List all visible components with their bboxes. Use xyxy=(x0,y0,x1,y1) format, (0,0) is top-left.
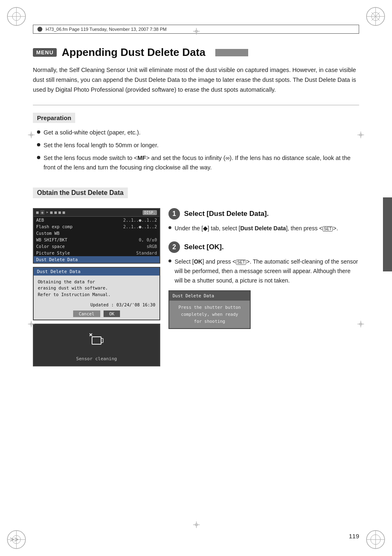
step-2-dot xyxy=(168,259,171,262)
menu-row-dust-delete: Dust Delete Data xyxy=(34,256,159,263)
ok-button[interactable]: OK xyxy=(104,310,120,317)
obtain-section: Obtain the Dust Delete Data ■ ◆ ➤ ■ ■ ■ xyxy=(33,184,359,366)
sensor-icon xyxy=(86,330,107,352)
svg-rect-40 xyxy=(101,338,103,343)
crosshair-top-mid xyxy=(193,28,200,35)
prep-item-2: Set the lens focal length to 50mm or lon… xyxy=(37,141,359,150)
step-1-header: 1 Select [Dust Delete Data]. xyxy=(168,208,359,220)
crosshair-left-top xyxy=(28,132,35,138)
dialog-title: Dust Delete Data xyxy=(34,268,159,276)
cancel-button[interactable]: Cancel xyxy=(73,310,100,317)
step-1-title: Select [Dust Delete Data]. xyxy=(184,210,269,218)
dialog-updated: Updated : 03/24/'08 16:30 xyxy=(34,301,159,309)
step-2-body: Select [OK] and press <SET>. The automat… xyxy=(168,257,359,329)
obtain-heading: Obtain the Dust Delete Data xyxy=(33,188,128,198)
left-column: ■ ◆ ➤ ■ ■ ■ ■ DISP. AEB 2..1..●..1..2 xyxy=(33,208,160,366)
preparation-heading: Preparation xyxy=(33,113,75,123)
crosshair-right-top xyxy=(357,132,364,138)
step2-dialog: Dust Delete Data Press the shutter butto… xyxy=(168,290,251,329)
tab-icons: ■ ◆ ➤ ■ ■ ■ ■ xyxy=(36,210,65,215)
step-1-block: 1 Select [Dust Delete Data]. Under the [… xyxy=(168,208,359,233)
camera-menu-screen: ■ ◆ ➤ ■ ■ ■ ■ DISP. AEB 2..1..●..1..2 xyxy=(33,208,160,264)
right-column: 1 Select [Dust Delete Data]. Under the [… xyxy=(168,208,359,366)
disp-badge: DISP. xyxy=(143,210,157,215)
menu-icon-box: MENU xyxy=(33,48,57,57)
menu-row-color-space: Color space sRGB xyxy=(34,243,159,250)
steps-area: ■ ◆ ➤ ■ ■ ■ ■ DISP. AEB 2..1..●..1..2 xyxy=(33,208,359,366)
bullet-dot-1 xyxy=(37,130,40,134)
dust-delete-dialog: Dust Delete Data Obtaining the data for … xyxy=(33,267,160,320)
title-bar-decoration xyxy=(215,49,248,56)
preparation-section: Preparation Get a solid-white object (pa… xyxy=(33,113,359,173)
header-text: H73_06.fm Page 119 Tuesday, November 13,… xyxy=(46,27,167,32)
menu-row-custom-wb: Custom WB xyxy=(34,230,159,236)
step-1-number: 1 xyxy=(168,208,180,220)
page-title: Appending Dust Delete Data xyxy=(62,46,205,59)
step-2-block: 2 Select [OK]. Select [OK] and press <SE… xyxy=(168,241,359,329)
svg-text:>>: >> xyxy=(10,535,18,544)
corner-decoration-bl: >> xyxy=(4,527,29,552)
camera-screen-header: ■ ◆ ➤ ■ ■ ■ ■ DISP. xyxy=(34,209,159,217)
menu-row-aeb: AEB 2..1..●..1..2 xyxy=(34,217,159,223)
section-title-row: MENU Appending Dust Delete Data xyxy=(33,46,359,59)
prep-item-1: Get a solid-white object (paper, etc.). xyxy=(37,128,359,137)
section-divider xyxy=(33,105,359,105)
step-2-title: Select [OK]. xyxy=(184,243,224,251)
svg-rect-39 xyxy=(92,337,101,344)
prep-item-3: Set the lens focus mode switch to <MF> a… xyxy=(37,153,359,172)
page-number: 119 xyxy=(349,533,359,540)
corner-decoration-tl xyxy=(4,4,29,29)
sensor-cleaning-label: Sensor cleaning xyxy=(76,356,117,361)
step2-dialog-body: Press the shutter button completely, whe… xyxy=(169,301,250,328)
crosshair-bottom-mid xyxy=(193,521,200,528)
sensor-cleaning-screen: Sensor cleaning xyxy=(33,324,160,366)
step-2-number: 2 xyxy=(168,241,180,253)
step2-dialog-title: Dust Delete Data xyxy=(169,291,250,301)
page-container: >> H73_06.fm Page 119 Tuesday, November … xyxy=(0,0,392,556)
menu-row-picture-style: Picture Style Standard xyxy=(34,250,159,256)
preparation-list: Get a solid-white object (paper, etc.). … xyxy=(37,128,359,173)
dialog-body: Obtaining the data for erasing dust with… xyxy=(34,276,159,301)
header-bullet xyxy=(37,27,42,32)
bullet-dot-3 xyxy=(37,156,40,159)
corner-decoration-br xyxy=(363,527,388,552)
crosshair-left-mid xyxy=(28,321,35,327)
intro-text: Normally, the Self Cleaning Sensor Unit … xyxy=(33,65,359,95)
sidebar-indicator xyxy=(383,197,392,271)
step-1-bullet: Under the [◆] tab, select [Dust Delete D… xyxy=(168,224,359,233)
menu-row-wb-shift: WB SHIFT/BKT 0, 0/±0 xyxy=(34,236,159,243)
step-1-dot xyxy=(168,226,171,229)
step-1-body: Under the [◆] tab, select [Dust Delete D… xyxy=(168,224,359,233)
crosshair-right-mid xyxy=(357,321,364,327)
dialog-buttons: Cancel OK xyxy=(34,309,159,320)
menu-row-flash: Flash exp comp 2..1..●..1..2 xyxy=(34,223,159,230)
corner-decoration-tr xyxy=(363,4,388,29)
bullet-dot-2 xyxy=(37,143,40,146)
step-2-bullet: Select [OK] and press <SET>. The automat… xyxy=(168,257,359,285)
step-2-header: 2 Select [OK]. xyxy=(168,241,359,253)
